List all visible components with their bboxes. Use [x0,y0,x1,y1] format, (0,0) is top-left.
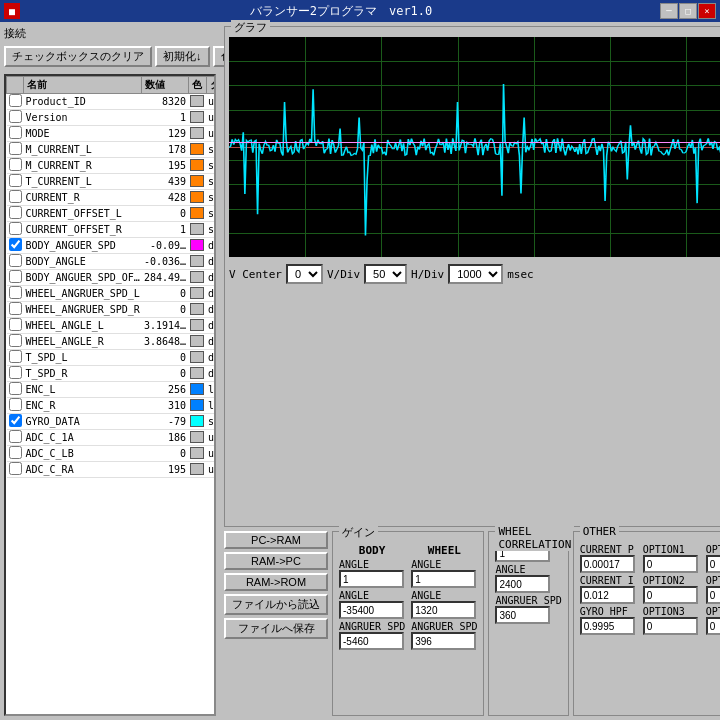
body-angle-label: ANGLE [339,559,405,570]
row-name-21: ADC_C_1A [24,430,142,446]
corr-angle-label: ANGLE [495,564,561,575]
row-type-14: double [206,318,216,334]
option5-input[interactable] [706,586,720,604]
row-checkbox-9[interactable] [9,238,22,251]
row-checkbox-22[interactable] [9,446,22,459]
row-name-22: ADC_C_LB [24,446,142,462]
row-checkbox-6[interactable] [9,190,22,203]
row-checkbox-23[interactable] [9,462,22,475]
gyro-hpf-label: GYRO HPF [580,606,635,617]
row-checkbox-1[interactable] [9,110,22,123]
window-controls: ─ □ × [660,3,716,19]
bottom-panel: PC->RAM RAM->PC RAM->ROM ファイルから読込 ファイルへ保… [224,531,720,716]
row-checkbox-15[interactable] [9,334,22,347]
vdiv-select[interactable]: 50 [364,264,407,284]
corr-angruer-input[interactable] [495,606,550,624]
row-type-6: short [206,190,216,206]
hdiv-select[interactable]: 1000 [448,264,503,284]
file-save-button[interactable]: ファイルへ保存 [224,618,328,639]
row-value-22: 0 [142,446,188,462]
graph-controls: V Center 0 V/Div 50 H/Div 1000 msec [225,261,720,287]
pc-ram-button[interactable]: PC->RAM [224,531,328,549]
wheel-angle-input[interactable] [411,570,476,588]
body-angruer-spd-input[interactable] [339,632,404,650]
table-row: ENC_R 310 long lon [7,398,217,414]
ram-rom-button[interactable]: RAM->ROM [224,573,328,591]
vcenter-select[interactable]: 0 [286,264,323,284]
row-color-8 [188,222,206,238]
hdiv-unit: msec [507,268,534,281]
minimize-button[interactable]: ─ [660,3,678,19]
body-angruer-field: ANGLE [339,590,405,619]
current-i-input[interactable] [580,586,635,604]
row-value-19: 310 [142,398,188,414]
table-row: WHEEL_ANGRUER_SPD_L 0 double [7,286,217,302]
maximize-button[interactable]: □ [679,3,697,19]
row-checkbox-18[interactable] [9,382,22,395]
col-name: 名前 [24,77,142,94]
row-type-0: unsigne [206,94,216,110]
table-row: CURRENT_OFFSET_R 1 short [7,222,217,238]
row-checkbox-11[interactable] [9,270,22,283]
option6-input[interactable] [706,617,720,635]
current-p-field: CURRENT P [580,544,635,573]
row-checkbox-20[interactable] [9,414,22,427]
row-type-3: short [206,142,216,158]
row-checkbox-8[interactable] [9,222,22,235]
table-header-row: 名前 数値 色 タイプ [7,77,217,94]
app-icon: ■ [4,3,20,19]
row-checkbox-3[interactable] [9,142,22,155]
row-checkbox-10[interactable] [9,254,22,267]
row-type-9: double [206,238,216,254]
option4-input[interactable] [706,555,720,573]
row-checkbox-4[interactable] [9,158,22,171]
row-color-6 [188,190,206,206]
row-checkbox-13[interactable] [9,302,22,315]
row-name-2: MODE [24,126,142,142]
close-button[interactable]: × [698,3,716,19]
row-checkbox-21[interactable] [9,430,22,443]
file-read-button[interactable]: ファイルから読込 [224,594,328,615]
body-angruer-input[interactable] [339,601,404,619]
wheel-angruer-input[interactable] [411,601,476,619]
wheel-angruer-spd-field: ANGRUER_SPD [411,621,477,650]
ram-pc-button[interactable]: RAM->PC [224,552,328,570]
option2-field: OPTION2 [643,575,698,604]
corr-angle-input[interactable] [495,575,550,593]
clear-checkbox-button[interactable]: チェックボックスのクリア [4,46,152,67]
row-checkbox-12[interactable] [9,286,22,299]
row-type-17: double [206,366,216,382]
gyro-hpf-input[interactable] [580,617,635,635]
row-value-9: -0.09… [142,238,188,254]
row-checkbox-5[interactable] [9,174,22,187]
row-value-5: 439 [142,174,188,190]
table-row: ADC_C_1A 186 unsigne [7,430,217,446]
row-checkbox-17[interactable] [9,366,22,379]
row-checkbox-7[interactable] [9,206,22,219]
wheel-angruer-spd-input[interactable] [411,632,476,650]
waveform-svg [229,37,720,257]
row-checkbox-0[interactable] [9,94,22,107]
row-checkbox-2[interactable] [9,126,22,139]
option3-input[interactable] [643,617,698,635]
init-button[interactable]: 初期化↓ [155,46,210,67]
table-row: Version 1 unsigne [7,110,217,126]
row-name-19: ENC_R [24,398,142,414]
corr-angle-field: ANGLE [495,564,561,593]
current-p-input[interactable] [580,555,635,573]
option4-label: OPTION4 [706,544,720,555]
wheel-angle-field: ANGLE [411,559,477,588]
row-type-19: long lon [206,398,216,414]
table-row: ENC_L 256 long lon [7,382,217,398]
option2-input[interactable] [643,586,698,604]
row-checkbox-16[interactable] [9,350,22,363]
gyro-hpf-field: GYRO HPF [580,606,635,635]
row-checkbox-14[interactable] [9,318,22,331]
body-angle-input[interactable] [339,570,404,588]
row-name-11: BODY_ANGUER_SPD_OF… [24,270,142,286]
row-checkbox-19[interactable] [9,398,22,411]
row-name-14: WHEEL_ANGLE_L [24,318,142,334]
option1-input[interactable] [643,555,698,573]
table-row: BODY_ANGUER_SPD_OF… 284.49… double [7,270,217,286]
window-title: バランサー2プログラマ ver1.0 [22,3,660,20]
